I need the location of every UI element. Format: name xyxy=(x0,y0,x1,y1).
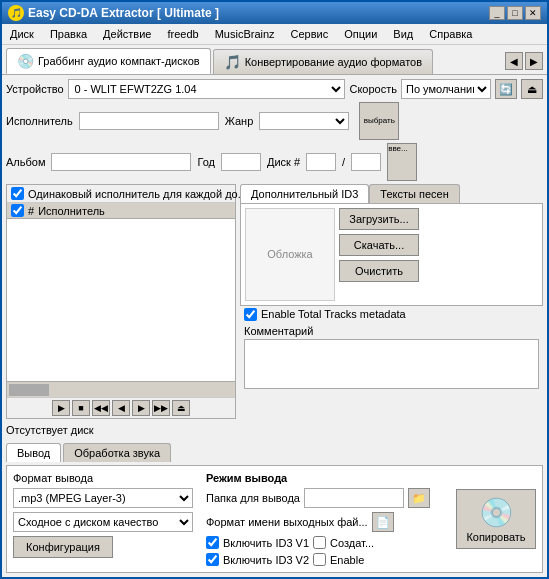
close-button[interactable]: ✕ xyxy=(525,6,541,20)
create-checkbox[interactable] xyxy=(313,536,326,549)
minimize-button[interactable]: _ xyxy=(489,6,505,20)
menu-service[interactable]: Сервис xyxy=(287,26,333,42)
comment-textarea[interactable] xyxy=(244,339,539,389)
device-row: Устройство 0 - WLIT EFWT2ZG 1.04 Скорост… xyxy=(6,79,543,99)
album-row: Альбом Год Диск # / вве... xyxy=(6,143,543,181)
speed-select[interactable]: По умолчанию xyxy=(401,79,491,99)
title-bar: 🎵 Easy CD-DA Extractor [ Ultimate ] _ □ … xyxy=(2,2,547,24)
artist-genre-row: Исполнитель Жанр выбрать xyxy=(6,102,543,140)
forward-button[interactable]: ▶ xyxy=(132,400,150,416)
year-input[interactable] xyxy=(221,153,261,171)
disc-number-input[interactable] xyxy=(306,153,336,171)
create-label: Создат... xyxy=(330,537,374,549)
artist-input[interactable] xyxy=(79,112,219,130)
enable-total-label: Enable Total Tracks metadata xyxy=(261,308,406,320)
id3v1-label: Включить ID3 V1 xyxy=(223,537,309,549)
folder-browse-btn[interactable]: 📁 xyxy=(408,488,430,508)
id3v2-checkbox[interactable] xyxy=(206,553,219,566)
album-label: Альбом xyxy=(6,156,45,168)
same-artist-checkbox[interactable] xyxy=(11,187,24,200)
year-label: Год xyxy=(197,156,215,168)
copy-button[interactable]: 💿 Копировать xyxy=(456,489,536,549)
clear-button[interactable]: Очистить xyxy=(339,260,419,282)
device-refresh-btn[interactable]: 🔄 xyxy=(495,79,517,99)
bottom-tab-output[interactable]: Вывод xyxy=(6,443,61,462)
prev-button[interactable]: ◀◀ xyxy=(92,400,110,416)
eject-button[interactable]: ⏏ xyxy=(172,400,190,416)
cover-select-btn[interactable]: выбрать xyxy=(359,102,399,140)
folder-input[interactable] xyxy=(304,488,404,508)
filename-label: Формат имени выходных фай... xyxy=(206,516,368,528)
maximize-button[interactable]: □ xyxy=(507,6,523,20)
right-panel: Дополнительный ID3 Тексты песен Обложка … xyxy=(240,184,543,419)
track-list[interactable] xyxy=(7,219,235,381)
tab-convert-label: Конвертирование аудио форматов xyxy=(245,56,422,68)
id3v2-label: Включить ID3 V2 xyxy=(223,554,309,566)
album-input[interactable] xyxy=(51,153,191,171)
track-hash-label: # xyxy=(28,205,34,217)
title-buttons: _ □ ✕ xyxy=(489,6,541,20)
track-header: # Исполнитель xyxy=(7,203,235,219)
output-mode-col: Режим вывода Папка для вывода 📁 Формат и… xyxy=(206,472,448,566)
next-button[interactable]: ▶▶ xyxy=(152,400,170,416)
stop-button[interactable]: ■ xyxy=(72,400,90,416)
enable-total-row: Enable Total Tracks metadata xyxy=(240,306,543,323)
device-eject-btn[interactable]: ⏏ xyxy=(521,79,543,99)
playback-controls: ▶ ■ ◀◀ ◀ ▶ ▶▶ ⏏ xyxy=(7,397,235,418)
id3v1-checkbox[interactable] xyxy=(206,536,219,549)
download-button[interactable]: Скачать... xyxy=(339,234,419,256)
menu-help[interactable]: Справка xyxy=(425,26,476,42)
format-select[interactable]: .mp3 (MPEG Layer-3) xyxy=(13,488,193,508)
comment-section: Комментарий xyxy=(240,323,543,420)
id3v1-row: Включить ID3 V1 Создат... xyxy=(206,536,448,549)
rewind-button[interactable]: ◀ xyxy=(112,400,130,416)
copy-icon: 💿 xyxy=(479,496,514,529)
menu-action[interactable]: Действие xyxy=(99,26,155,42)
device-select[interactable]: 0 - WLIT EFWT2ZG 1.04 xyxy=(68,79,346,99)
quality-select[interactable]: Сходное с диском качество xyxy=(13,512,193,532)
track-all-checkbox[interactable] xyxy=(11,204,24,217)
no-disc-status: Отсутствует диск xyxy=(6,422,543,438)
menu-edit[interactable]: Правка xyxy=(46,26,91,42)
sub-tab-bar: Дополнительный ID3 Тексты песен xyxy=(240,184,543,203)
tab-convert[interactable]: 🎵 Конвертирование аудио форматов xyxy=(213,49,433,74)
same-artist-label: Одинаковый исполнитель для каждой до... xyxy=(28,188,247,200)
cover-select-label: выбрать xyxy=(364,116,395,126)
tab-grabbing-label: Граббинг аудио компакт-дисков xyxy=(38,55,200,67)
horizontal-scrollbar[interactable] xyxy=(7,381,235,397)
main-content: Устройство 0 - WLIT EFWT2ZG 1.04 Скорост… xyxy=(2,75,547,577)
bottom-tabs: Вывод Обработка звука xyxy=(6,441,543,462)
disc-total-input[interactable] xyxy=(351,153,381,171)
artist-label: Исполнитель xyxy=(6,115,73,127)
bottom-tab-output-label: Вывод xyxy=(17,447,50,459)
speed-label: Скорость xyxy=(349,83,397,95)
output-format-col: Формат вывода .mp3 (MPEG Layer-3) Сходно… xyxy=(13,472,198,566)
menu-musicbrainz[interactable]: MusicBrainz xyxy=(211,26,279,42)
insert-btn[interactable]: вве... xyxy=(387,143,417,181)
filename-browse-btn[interactable]: 📄 xyxy=(372,512,394,532)
menu-options[interactable]: Опции xyxy=(340,26,381,42)
config-button[interactable]: Конфигурация xyxy=(13,536,113,558)
menu-disk[interactable]: Диск xyxy=(6,26,38,42)
sub-tab-lyrics[interactable]: Тексты песен xyxy=(369,184,459,203)
bottom-tab-process[interactable]: Обработка звука xyxy=(63,443,171,462)
enable-total-checkbox[interactable] xyxy=(244,308,257,321)
disc-label: Диск # xyxy=(267,156,300,168)
nav-prev-arrow[interactable]: ◀ xyxy=(505,52,523,70)
menu-freedb[interactable]: freedb xyxy=(163,26,202,42)
genre-select[interactable] xyxy=(259,112,349,130)
same-artist-row: Одинаковый исполнитель для каждой до... xyxy=(7,185,235,203)
main-window: 🎵 Easy CD-DA Extractor [ Ultimate ] _ □ … xyxy=(0,0,549,579)
tab-grabbing[interactable]: 💿 Граббинг аудио компакт-дисков xyxy=(6,48,211,74)
menu-view[interactable]: Вид xyxy=(389,26,417,42)
load-button[interactable]: Загрузить... xyxy=(339,208,419,230)
sub-tab-id3[interactable]: Дополнительный ID3 xyxy=(240,184,369,203)
cover-label: Обложка xyxy=(267,248,312,260)
play-button[interactable]: ▶ xyxy=(52,400,70,416)
enable-checkbox[interactable] xyxy=(313,553,326,566)
comment-label: Комментарий xyxy=(244,325,539,337)
sub-content: Обложка Загрузить... Скачать... Очистить xyxy=(240,203,543,306)
bottom-tab-process-label: Обработка звука xyxy=(74,447,160,459)
nav-next-arrow[interactable]: ▶ xyxy=(525,52,543,70)
main-tab-bar: 💿 Граббинг аудио компакт-дисков 🎵 Конвер… xyxy=(2,45,547,75)
